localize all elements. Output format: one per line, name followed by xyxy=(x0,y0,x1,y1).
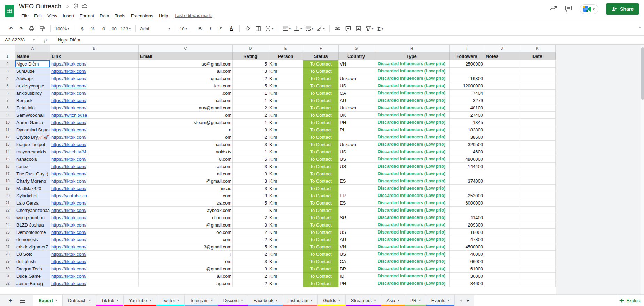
cell-followers[interactable]: 209300 xyxy=(450,221,484,229)
cell-status[interactable]: To Contact xyxy=(303,229,339,236)
all-sheets-menu-button[interactable] xyxy=(20,299,25,303)
cell-date[interactable] xyxy=(519,163,556,170)
cell-person[interactable]: Kim xyxy=(268,265,303,273)
header-cell-country[interactable]: Country xyxy=(339,52,374,60)
cell-link[interactable]: https://tiktok.com/ xyxy=(50,163,139,170)
cell-name[interactable]: Aaron Garcia xyxy=(15,119,50,126)
cell-person[interactable]: Kim xyxy=(268,170,303,177)
cell-date[interactable] xyxy=(519,141,556,148)
cell-name[interactable]: The Rust Guy :) xyxy=(15,170,50,177)
header-cell-type[interactable]: Type xyxy=(374,52,450,60)
cell-email[interactable]: ail.com xyxy=(139,68,233,75)
cell-type[interactable]: Discarded Influencers (Low prio) xyxy=(374,192,450,199)
cell-type[interactable]: Discarded Influencers (Low prio) xyxy=(374,90,450,97)
cell-email[interactable]: com xyxy=(139,192,233,199)
cell-person[interactable]: Kim xyxy=(268,163,303,170)
cell-type[interactable]: Discarded Influencers (Low prio) xyxy=(374,163,450,170)
sheet-tab-menu-caret[interactable]: ▾ xyxy=(241,299,243,302)
cell-status[interactable]: To Contact xyxy=(303,141,339,148)
cell-name[interactable]: Dragon Tech xyxy=(15,265,50,273)
zoom-select[interactable]: 100%▾ xyxy=(54,24,70,33)
cell-followers[interactable]: 320500 xyxy=(450,141,484,148)
cell-notes[interactable] xyxy=(484,258,519,265)
row-number[interactable]: 31 xyxy=(0,273,15,280)
cell-notes[interactable] xyxy=(484,148,519,155)
header-cell-status[interactable]: Status xyxy=(303,52,339,60)
cell-date[interactable] xyxy=(519,229,556,236)
text-color-button[interactable]: A xyxy=(230,26,233,31)
cell-email[interactable]: nail.com xyxy=(139,97,233,104)
cell-country[interactable]: SG xyxy=(339,214,374,221)
row-number[interactable]: 11 xyxy=(0,126,15,133)
cell-link[interactable]: https://tiktok.com/ xyxy=(50,199,139,207)
cell-country[interactable]: ID xyxy=(339,273,374,280)
cell-notes[interactable] xyxy=(484,60,519,68)
cell-link[interactable]: https://tiktok.com/ xyxy=(50,68,139,75)
header-cell-name[interactable]: Name xyxy=(15,52,50,60)
cell-person[interactable]: Kim xyxy=(268,229,303,236)
sheet-tab-instagram[interactable]: Instagram▾ xyxy=(283,295,318,306)
add-sheet-button[interactable]: + xyxy=(8,297,12,304)
row-number[interactable]: 25 xyxy=(0,229,15,236)
print-button[interactable] xyxy=(27,24,36,33)
sheet-tab-menu-caret[interactable]: ▾ xyxy=(117,299,118,302)
cell-followers[interactable]: 48100 xyxy=(450,104,484,112)
cell-date[interactable] xyxy=(519,214,556,221)
cell-name[interactable]: league_hotpot xyxy=(15,141,50,148)
cell-email[interactable]: @gmail.com xyxy=(139,265,233,273)
cell-email[interactable]: ag.com xyxy=(139,280,233,287)
bold-button[interactable]: B xyxy=(196,24,205,33)
sheet-tab-guilds[interactable]: Guilds▾ xyxy=(318,295,345,306)
cell-rating[interactable]: 3 xyxy=(233,68,268,75)
header-cell-date[interactable]: Date xyxy=(519,52,556,60)
cell-type[interactable]: Discarded Influencers (Low prio) xyxy=(374,214,450,221)
cell-followers[interactable] xyxy=(450,207,484,214)
cell-link[interactable]: https://tiktok.com/ xyxy=(50,207,139,214)
cell-followers[interactable]: 4500000 xyxy=(450,243,484,251)
sheet-tab-menu-caret[interactable]: ▾ xyxy=(276,299,277,302)
cell-name[interactable]: Lalo Garza xyxy=(15,199,50,207)
cell-email[interactable]: om xyxy=(139,112,233,119)
cell-notes[interactable] xyxy=(484,82,519,90)
cell-notes[interactable] xyxy=(484,155,519,163)
menu-file[interactable]: File xyxy=(19,12,31,20)
cell-link[interactable]: https://tiktok.com/ xyxy=(50,265,139,273)
cell-country[interactable]: ES xyxy=(339,177,374,185)
cell-type[interactable]: Discarded Influencers (Low prio) xyxy=(374,75,450,82)
cell-followers[interactable]: 12000000 xyxy=(450,82,484,90)
cell-followers[interactable]: 2500000 xyxy=(450,60,484,68)
cell-person[interactable]: Kim xyxy=(268,236,303,243)
merge-cells-button[interactable]: ▾ xyxy=(264,24,275,33)
cell-country[interactable]: Unkown xyxy=(339,104,374,112)
cell-status[interactable]: To Contact xyxy=(303,60,339,68)
cell-person[interactable]: Kim xyxy=(268,280,303,287)
cell-email[interactable]: com xyxy=(139,236,233,243)
meet-call-button[interactable]: ▾ xyxy=(580,4,599,14)
strikethrough-button[interactable]: S xyxy=(216,24,225,33)
cell-notes[interactable] xyxy=(484,221,519,229)
cell-notes[interactable] xyxy=(484,119,519,126)
star-icon[interactable]: ☆ xyxy=(65,4,69,9)
italic-button[interactable]: I xyxy=(206,24,215,33)
format-percent-button[interactable]: % xyxy=(88,24,97,33)
cell-email[interactable]: lent.com xyxy=(139,82,233,90)
cell-link[interactable]: https://tiktok.com/ xyxy=(50,243,139,251)
cell-link[interactable]: https://tiktok.com/ xyxy=(50,229,139,236)
font-select[interactable]: Arial▾ xyxy=(139,24,171,33)
scroll-tabs-right-icon[interactable]: ► xyxy=(466,298,470,303)
menu-tools[interactable]: Tools xyxy=(112,12,128,20)
header-cell-followers[interactable]: Followers xyxy=(450,52,484,60)
cell-name[interactable]: Dude Game xyxy=(15,273,50,280)
cell-person[interactable]: Kim xyxy=(268,75,303,82)
functions-button[interactable]: Σ▾ xyxy=(376,24,385,33)
cell-notes[interactable] xyxy=(484,185,519,192)
cell-status[interactable]: To Contact xyxy=(303,207,339,214)
cell-date[interactable] xyxy=(519,126,556,133)
cell-country[interactable]: PL xyxy=(339,126,374,133)
cell-date[interactable] xyxy=(519,119,556,126)
cell-notes[interactable] xyxy=(484,265,519,273)
cell-notes[interactable] xyxy=(484,170,519,177)
cell-type[interactable]: Discarded Influencers (Low prio) xyxy=(374,68,450,75)
cell-status[interactable]: To Contact xyxy=(303,265,339,273)
cell-link[interactable]: https://tiktok.com/ xyxy=(50,185,139,192)
